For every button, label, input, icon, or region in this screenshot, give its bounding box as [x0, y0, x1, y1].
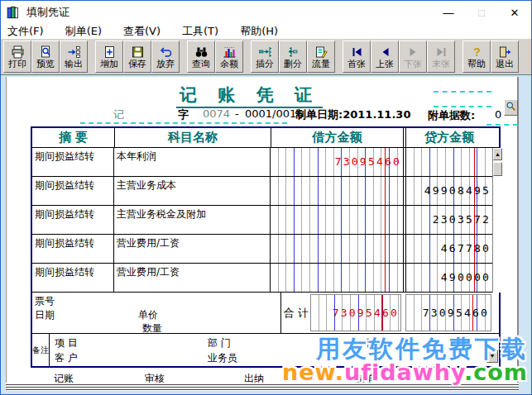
- credit-cell[interactable]: 467780: [406, 235, 492, 263]
- next-icon: [406, 45, 420, 59]
- header-corner: [492, 128, 502, 147]
- credit-cell[interactable]: 49908495: [406, 177, 492, 205]
- total-debit-box: 73095460: [310, 294, 401, 331]
- maximize-button[interactable]: □: [465, 1, 498, 24]
- menu-make[interactable]: 制单(E): [65, 24, 102, 39]
- floppy-icon: [131, 45, 145, 59]
- debit-cell[interactable]: 73095460: [271, 148, 403, 176]
- credit-cell[interactable]: 490000: [406, 264, 492, 292]
- account-cell[interactable]: 营业费用/工资: [114, 235, 271, 263]
- attach-magnifier-button[interactable]: [504, 99, 518, 116]
- debit-cell[interactable]: [271, 264, 403, 292]
- header-account: 科目名称: [114, 128, 271, 147]
- minimize-button[interactable]: —: [432, 1, 465, 24]
- salesman-label[interactable]: 业务员: [208, 351, 237, 365]
- app-icon: [7, 5, 22, 20]
- first-voucher-button[interactable]: 首张: [343, 40, 371, 73]
- add-button[interactable]: 增加: [95, 40, 123, 73]
- print-button[interactable]: 打印: [3, 40, 31, 73]
- credit-cell[interactable]: 2303572: [406, 206, 492, 234]
- menu-tools[interactable]: 工具(T): [182, 24, 218, 39]
- app-window: 填制凭证 — □ ✕ 文件(F) 制单(E) 查看(V) 工具(T) 帮助(H)…: [0, 0, 532, 395]
- first-icon: [350, 45, 364, 59]
- save-button[interactable]: 保存: [123, 40, 151, 73]
- table-header: 摘 要 科目名称 借方金额 贷方金额: [32, 128, 499, 148]
- bill-date-label: 日期: [35, 308, 55, 322]
- voucher-serial[interactable]: 0074: [203, 107, 230, 120]
- toolbar: 打印 预览 输出 增加 保存 放弃: [1, 39, 531, 75]
- unit-price-label: 单价: [138, 308, 158, 322]
- person-label[interactable]: 个 人: [363, 336, 386, 350]
- table-row: 期间损益结转 营业费用/工资 467780: [32, 235, 499, 264]
- client-area: 记 账 凭 证 记 字 0074 - 0001/0016 制单日期:2011.1…: [1, 75, 531, 394]
- output-icon: [67, 45, 81, 59]
- attach-count-label: 附单据数:: [428, 108, 475, 123]
- person-dropdown-button[interactable]: ▼: [486, 350, 498, 363]
- add-page-icon: [103, 45, 117, 59]
- scrollbar-thumb[interactable]: [493, 162, 502, 176]
- project-label[interactable]: 项 目: [55, 336, 78, 350]
- debit-cell[interactable]: [271, 177, 403, 205]
- summary-cell[interactable]: 期间损益结转: [32, 177, 114, 205]
- delete-split-icon: [286, 45, 300, 59]
- debit-cell[interactable]: [271, 206, 403, 234]
- printer-icon: [11, 45, 25, 59]
- date-value[interactable]: 2011.11.30: [343, 108, 410, 121]
- delete-split-button[interactable]: 删分: [279, 40, 307, 73]
- last-icon: [434, 45, 448, 59]
- prev-voucher-button[interactable]: 上张: [371, 40, 399, 73]
- scroll-up-button[interactable]: ▲: [493, 148, 502, 160]
- account-cell[interactable]: 营业费用/工资: [114, 264, 271, 292]
- close-button[interactable]: ✕: [498, 1, 531, 24]
- header-summary: 摘 要: [32, 128, 114, 147]
- summary-cell[interactable]: 期间损益结转: [32, 148, 114, 176]
- maker-value: demo: [381, 372, 406, 383]
- binoculars-icon: [194, 45, 208, 59]
- balance-button[interactable]: 余额: [215, 40, 243, 73]
- account-cell[interactable]: 主营业务税金及附加: [114, 206, 271, 234]
- prev-icon: [378, 45, 392, 59]
- customer-label[interactable]: 客 户: [55, 351, 78, 365]
- next-voucher-button[interactable]: 下张: [399, 40, 427, 73]
- table-row: 期间损益结转 本年利润 73095460: [32, 148, 499, 177]
- abandon-button[interactable]: 放弃: [151, 40, 180, 73]
- menubar: 文件(F) 制单(E) 查看(V) 工具(T) 帮助(H): [1, 24, 531, 39]
- vertical-scrollbar[interactable]: ▲: [492, 148, 502, 293]
- totals-section: 票号 日期 单价 数量 合 计 73095460 73095460: [32, 293, 499, 334]
- voucher-page-stack: [6, 383, 519, 391]
- help-button[interactable]: ? 帮助: [463, 40, 491, 73]
- output-button[interactable]: 输出: [60, 40, 88, 73]
- account-cell[interactable]: 主营业务成本: [114, 177, 271, 205]
- table-row: 期间损益结转 主营业务税金及附加 2303572: [32, 206, 499, 235]
- insert-split-button[interactable]: 插分: [251, 40, 279, 73]
- cashflow-button[interactable]: 流量: [307, 40, 335, 73]
- debit-cell[interactable]: [271, 235, 403, 263]
- magnifier-icon: [506, 101, 516, 112]
- exit-button[interactable]: 退出: [491, 40, 519, 73]
- voucher-word-suffix: 字: [178, 107, 189, 122]
- voucher-number[interactable]: 0001/0016: [245, 107, 304, 120]
- summary-cell[interactable]: 期间损益结转: [32, 264, 114, 292]
- summary-cell[interactable]: 期间损益结转: [32, 235, 114, 263]
- titlebar: 填制凭证 — □ ✕: [1, 1, 531, 24]
- header-credit: 贷方金额: [406, 128, 492, 147]
- undo-arrow-icon: [159, 45, 173, 59]
- credit-cell[interactable]: [406, 148, 492, 176]
- total-label: 合 计: [282, 293, 310, 333]
- attach-count-value[interactable]: 0: [495, 108, 501, 121]
- total-credit-box: 73095460: [405, 294, 491, 331]
- last-voucher-button[interactable]: 末张: [427, 40, 455, 73]
- summary-cell[interactable]: 期间损益结转: [32, 206, 114, 234]
- department-label[interactable]: 部 门: [208, 336, 231, 350]
- voucher-word-field[interactable]: 记: [113, 107, 124, 122]
- query-button[interactable]: 查询: [187, 40, 215, 73]
- menu-view[interactable]: 查看(V): [123, 24, 161, 39]
- voucher-number-dash: -: [235, 107, 239, 120]
- preview-icon: [39, 45, 53, 59]
- menu-help[interactable]: 帮助(H): [240, 24, 278, 39]
- preview-button[interactable]: 预览: [31, 40, 60, 73]
- question-mark-icon: ?: [470, 45, 484, 59]
- menu-file[interactable]: 文件(F): [7, 24, 44, 39]
- insert-split-icon: [258, 45, 272, 59]
- account-cell[interactable]: 本年利润: [114, 148, 271, 176]
